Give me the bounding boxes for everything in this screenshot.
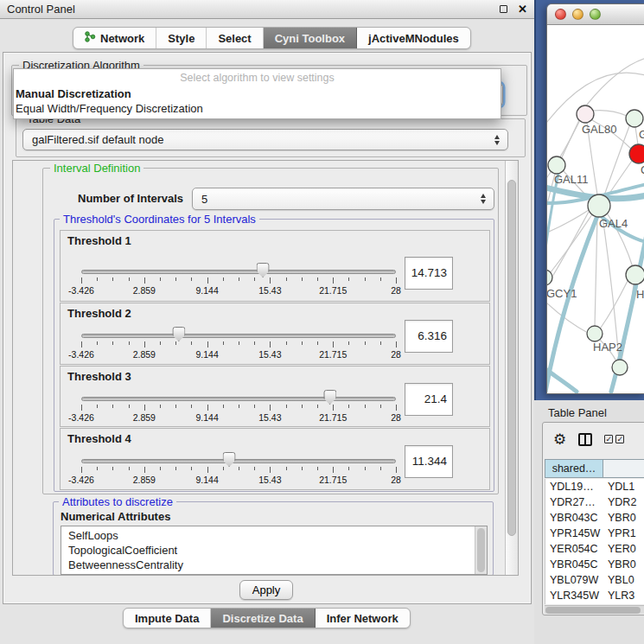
slider-track[interactable] <box>81 397 396 401</box>
slider-tick <box>81 341 82 348</box>
popup-item-manual-discretization[interactable]: Manual Discretization <box>14 86 501 101</box>
gear-icon[interactable]: ⚙ <box>553 432 566 447</box>
attribute-item[interactable]: TopologicalCoefficient <box>68 543 487 558</box>
table-row[interactable]: YBL079WYBL0 <box>545 572 644 588</box>
cell-shared-name: YLR345W <box>545 588 604 603</box>
algorithm-dropdown-popup: Select algorithm to view settings Manual… <box>13 68 501 119</box>
cell-shared-name: YBL079W <box>545 572 604 588</box>
threshold-2-slider-thumb[interactable] <box>172 327 185 341</box>
popup-item-equal-width-frequency[interactable]: Equal Width/Frequency Discretization <box>14 101 501 116</box>
column-header-shared-name[interactable]: shared… <box>545 459 603 478</box>
threshold-4-value-field[interactable]: 11.344 <box>405 445 453 478</box>
table-horizontal-scrollbar[interactable] <box>545 605 644 614</box>
table-body: YDL19…YDL1YDR27…YDR2YBR043CYBR0YPR145WYP… <box>545 479 644 604</box>
split-columns-icon[interactable] <box>578 433 592 446</box>
tab-discretize-data[interactable]: Discretize Data <box>211 609 315 628</box>
slider-tick-label: 15.43 <box>258 412 281 423</box>
slider-tick <box>175 405 176 408</box>
cell-name: YPR1 <box>604 526 644 541</box>
threshold-3-slider-thumb[interactable] <box>323 390 336 405</box>
slider-tick <box>254 341 255 345</box>
tab-cyni-toolbox[interactable]: Cyni Toolbox <box>264 28 357 48</box>
slider-tick <box>396 277 397 284</box>
slider-tick <box>175 277 176 281</box>
zoom-traffic-light[interactable] <box>590 9 601 20</box>
threshold-4-slider[interactable]: -3.4262.8599.14415.4321.71528 <box>81 451 396 486</box>
table-row[interactable]: YDR27…YDR2 <box>545 494 644 510</box>
network-node-GAL80[interactable] <box>577 105 594 123</box>
scrollbar-thumb[interactable] <box>507 180 516 536</box>
table-data-combobox[interactable]: galFiltered.sif default node <box>22 129 508 150</box>
checkbox-icon[interactable]: ✓ <box>615 435 624 443</box>
attribute-item[interactable]: BetweennessCentrality <box>68 558 487 572</box>
minimize-traffic-light[interactable] <box>572 9 583 20</box>
network-node-GCY1[interactable] <box>547 270 552 285</box>
attribute-item[interactable]: SelfLoops <box>68 528 487 543</box>
network-canvas[interactable]: GAL80GCGAL11GAL4GCY1HHAP2 <box>547 25 644 393</box>
scrollbar-thumb[interactable] <box>545 607 641 614</box>
tab-impute-data[interactable]: Impute Data <box>124 609 211 628</box>
network-node-H[interactable] <box>626 265 644 284</box>
table-row[interactable]: YBR043CYBR0 <box>545 510 644 526</box>
threshold-3-slider[interactable]: -3.4262.8599.14415.4321.71528 <box>81 389 396 424</box>
threshold-1-slider-thumb[interactable] <box>257 263 270 277</box>
slider-tick <box>270 405 271 411</box>
close-icon[interactable]: ✕ <box>518 3 527 16</box>
slider-track[interactable] <box>81 334 396 338</box>
slider-tick-label: 15.43 <box>258 475 281 485</box>
slider-track[interactable] <box>81 459 396 463</box>
scrollbar-thumb[interactable] <box>477 528 485 572</box>
network-node-HAP2[interactable] <box>587 326 603 341</box>
slider-track[interactable] <box>81 270 396 274</box>
table-row[interactable]: YDL19…YDL1 <box>545 479 644 494</box>
threshold-1-slider[interactable]: -3.4262.8599.14415.4321.71528 <box>81 262 396 296</box>
cell-shared-name: YPR145W <box>545 526 604 541</box>
threshold-3-value-field[interactable]: 21.4 <box>405 383 453 416</box>
network-node-G[interactable] <box>626 110 643 127</box>
column-header-name[interactable]: n <box>603 459 644 478</box>
slider-tick-label: 9.144 <box>195 349 218 360</box>
attributes-list-scrollbar[interactable] <box>475 526 487 574</box>
tab-select[interactable]: Select <box>207 28 263 48</box>
slider-tick <box>207 405 208 411</box>
slider-tick <box>254 277 255 281</box>
number-of-intervals-combobox[interactable]: 5 <box>192 188 494 210</box>
node-table: ⚙ ✓ ✓ shared… n YDL19…YDL1YDR27…YDR2YBR0… <box>542 422 644 615</box>
slider-tick <box>239 405 239 408</box>
table-row[interactable]: YBR045CYBR0 <box>545 557 644 572</box>
close-traffic-light[interactable] <box>555 9 566 20</box>
threshold-1-value-field[interactable]: 14.713 <box>405 257 453 290</box>
slider-tick-label: 21.715 <box>319 285 347 296</box>
tab-infer-network[interactable]: Infer Network <box>316 609 410 628</box>
network-node-GAL4[interactable] <box>588 194 610 217</box>
slider-tick-label: 21.715 <box>319 349 347 360</box>
slider-tick <box>286 405 287 408</box>
apply-button[interactable]: Apply <box>239 580 293 600</box>
threshold-3-box: Threshold 3-3.4262.8599.14415.4321.71528… <box>60 366 490 427</box>
network-edge <box>635 127 638 144</box>
network-node-unlabeled[interactable] <box>612 360 628 375</box>
slider-tick <box>348 467 349 470</box>
network-node-label: GAL4 <box>599 217 628 230</box>
settings-vertical-scrollbar[interactable] <box>505 161 518 575</box>
tab-network[interactable]: Network <box>73 28 156 48</box>
slider-tick-label: 15.43 <box>258 349 281 360</box>
slider-tick <box>191 277 192 281</box>
tab-style[interactable]: Style <box>156 28 207 48</box>
slider-tick <box>302 405 303 408</box>
table-row[interactable]: YER054CYER0 <box>545 541 644 557</box>
table-row[interactable]: YPR145WYPR1 <box>545 526 644 541</box>
float-window-icon[interactable] <box>500 5 507 13</box>
network-node-GAL11[interactable] <box>548 156 565 174</box>
slider-tick <box>333 277 334 284</box>
threshold-2-value-field[interactable]: 6.316 <box>405 320 453 353</box>
table-row[interactable]: YIL052CYIL0 <box>545 603 644 604</box>
threshold-2-slider[interactable]: -3.4262.8599.14415.4321.71528 <box>81 326 396 360</box>
slider-tick <box>97 467 98 470</box>
table-row[interactable]: YLR345WYLR3 <box>545 588 644 603</box>
slider-tick <box>348 341 349 345</box>
network-node-C[interactable] <box>629 144 644 163</box>
threshold-4-slider-thumb[interactable] <box>223 452 236 467</box>
checkbox-icon[interactable]: ✓ <box>604 435 613 443</box>
tab-jactivemnodules[interactable]: jActiveMNodules <box>357 28 470 48</box>
